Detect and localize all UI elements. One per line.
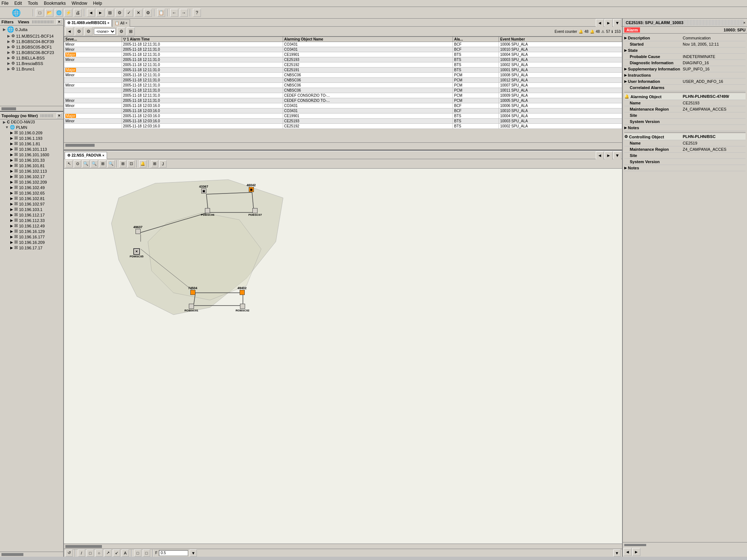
menu-bookmarks[interactable]: Bookmarks (44, 1, 66, 6)
toolbar-fwd[interactable]: ► (96, 9, 104, 17)
map-tb-circle[interactable]: ⊙ (74, 160, 81, 168)
col-ala[interactable]: Ala... (453, 37, 499, 42)
toolbar-settings[interactable]: ⚙ (144, 9, 152, 17)
map-node-pdbsc07[interactable]: PDBSC07 (248, 208, 262, 216)
topology-item-10.196.102.81[interactable]: ▶ ☒ 10.196.102.81 (0, 196, 63, 201)
topology-item-c[interactable]: ▶ C DECO-NWJ3 (0, 119, 63, 124)
map-zoom-input[interactable]: 0.5 (159, 550, 188, 556)
map-tb-table[interactable]: ⊞ (151, 160, 158, 168)
map-node-robsc02[interactable]: ROBSC02 (236, 304, 249, 312)
map-tab-close[interactable]: × (102, 154, 104, 157)
table-row[interactable]: 2005-11-18 12:11:31.0 CE25192 BTS 10002 … (64, 62, 622, 68)
toolbar-print[interactable]: 🖨 (74, 9, 82, 17)
expand-arrow-state[interactable]: ▶ (624, 49, 627, 52)
table-row[interactable]: 2005-11-18 12:03:16.0 CE25192 BTS 10002 … (64, 124, 622, 129)
alarm-table-hscroll[interactable] (64, 142, 622, 147)
map-zoom-down[interactable]: ▼ (190, 549, 197, 557)
map-tb-alarm[interactable]: 🔔 (139, 160, 146, 168)
tree-item-bruno1[interactable]: ▶ ⚙ 11.Bruno1 (0, 66, 63, 72)
table-row[interactable]: Minor 2005-11-18 12:11:31.0 CNBSC06 PCM … (64, 73, 622, 78)
toolbar-check[interactable]: ✓ (125, 9, 133, 17)
toolbar-delete[interactable]: ✕ (134, 9, 142, 17)
table-row[interactable]: Major 2005-11-18 12:11:31.0 CE19901 BTS … (64, 52, 622, 57)
expand-arrow-description[interactable]: ▶ (624, 36, 627, 40)
tree-item-bgbsc05[interactable]: ▶ ⚙ 11.BGBSC05-BCF1 (0, 44, 63, 50)
table-row[interactable]: 2005-11-18 12:11:31.0 CNBSC06 PCM 10011 … (64, 88, 622, 93)
alarm-tab-all-close[interactable]: × (125, 21, 127, 25)
map-tb-zoom-fit[interactable]: ⊞ (99, 160, 106, 168)
map-tb-zoom-in[interactable]: 🔍 (82, 160, 89, 168)
alarm-tb-2[interactable]: ⚙ (75, 27, 83, 35)
topology-item-10.196.102.49[interactable]: ▶ ☒ 10.196.102.49 (0, 185, 63, 190)
table-row[interactable]: Major 2005-11-18 12:11:31.0 CE25191 BTS … (64, 68, 622, 73)
expand-arrow-ao-notes[interactable]: ▶ (624, 126, 627, 130)
map-tab-padova[interactable]: ⚙ 22.NSS_PADOVA × (65, 152, 107, 159)
table-row[interactable]: 2005-11-18 12:11:31.0 CEDEF CONSORZIO TO… (64, 93, 622, 98)
toolbar-new[interactable]: □ (36, 9, 44, 17)
tree-item-biella[interactable]: ▶ ⚙ 11.BIELLA-BSS (0, 55, 63, 61)
toolbar-tree[interactable]: ⊞ (106, 9, 114, 17)
detail-close[interactable]: × (743, 20, 746, 25)
col-severity[interactable]: Seve... (64, 37, 122, 42)
alarm-tb-grid[interactable]: ⊞ (127, 27, 135, 35)
topology-close[interactable]: ✕ (57, 113, 62, 118)
map-sb-arrow1[interactable]: ↗ (104, 549, 111, 557)
table-row[interactable]: Minor 2005-11-18 12:11:31.0 CO3431 BCF 1… (64, 47, 622, 52)
right-nav-next[interactable]: ► (632, 548, 640, 556)
menu-help[interactable]: Help (93, 1, 102, 6)
topology-item-10.196.112.33[interactable]: ▶ ☒ 10.196.112.33 (0, 218, 63, 223)
map-tb-cursor[interactable]: ↖ (65, 160, 73, 168)
map-tb-zoom-out[interactable]: 🔍 (91, 160, 98, 168)
table-row[interactable]: Minor 2005-11-18 12:11:31.0 CNBSC06 PCM … (64, 83, 622, 88)
topology-item-10.196.102.209[interactable]: ▶ ☒ 10.196.102.209 (0, 179, 63, 185)
alarm-tb-1[interactable]: ◄ (65, 27, 73, 35)
tree-item-brescia[interactable]: ▶ ⚙ 11.BresciaBSS (0, 61, 63, 66)
map-tb-j[interactable]: J (159, 160, 167, 168)
expand-arrow-supp[interactable]: ▶ (624, 67, 627, 71)
filter-tree-scrollbar[interactable] (0, 106, 63, 111)
map-hscroll[interactable] (64, 544, 622, 549)
toolbar-help[interactable]: ? (193, 9, 201, 17)
topology-item-10.196.101.81[interactable]: ▶ ☒ 10.196.101.81 (0, 163, 63, 168)
map-sb-circle[interactable]: ○ (95, 549, 103, 557)
toolbar-globe[interactable]: 🌐 (55, 9, 63, 17)
toolbar-open[interactable]: 📂 (45, 9, 53, 17)
col-time[interactable]: ▽ 1 Alarm Time (122, 37, 283, 42)
map-node-pdbsc06[interactable]: PDBSC06 (201, 208, 214, 216)
toolbar-next[interactable]: → (180, 9, 188, 17)
topology-item-10.196.16.209[interactable]: ▶ ☒ 10.196.16.209 (0, 239, 63, 245)
topology-item-10.196.101.33[interactable]: ▶ ☒ 10.196.101.33 (0, 157, 63, 163)
table-row[interactable]: Minor 2005-11-18 12:11:31.0 CEDEF CONSOR… (64, 98, 622, 103)
alarm-tb-3[interactable]: ⚙ (84, 27, 92, 35)
map-node-74504[interactable]: 74504 (188, 286, 197, 295)
map-node-43367[interactable]: 43367 ▣ (199, 185, 208, 193)
map-sb-line[interactable]: / (78, 549, 85, 557)
tree-item-0jutta[interactable]: ▶ 🌐 0.Jutta (0, 26, 63, 33)
map-nav-down[interactable]: ▼ (613, 151, 621, 160)
topology-item-10.196.16.129[interactable]: ▶ ☒ 10.196.16.129 (0, 229, 63, 234)
map-tb-zoom-region[interactable]: 🔍 (107, 160, 115, 168)
table-row[interactable]: Minor 2005-11-18 12:03:16.0 CO3431 BCF 1… (64, 103, 622, 108)
alarm-tab-close[interactable]: × (107, 21, 109, 25)
map-zoom-up[interactable]: ▼ (613, 549, 621, 557)
table-row[interactable]: Minor 2005-11-18 12:11:31.0 CO3431 BCF 1… (64, 42, 622, 47)
topology-item-10.196.101.113[interactable]: ▶ ☒ 10.196.101.113 (0, 146, 63, 152)
topology-item-10.196.103.1[interactable]: ▶ ☒ 10.196.103.1 (0, 207, 63, 212)
map-nav-next[interactable]: ► (605, 151, 613, 160)
expand-arrow-userinfo[interactable]: ▶ (624, 80, 627, 83)
topology-item-10.196.101.1600[interactable]: ▶ ☒ 10.196.101.1600 (0, 152, 63, 157)
table-row[interactable]: 2005-11-18 12:11:31.0 CNBSC06 PCM 10012 … (64, 78, 622, 83)
toolbar-prev[interactable]: ← (170, 9, 178, 17)
topology-item-10.196.0.209[interactable]: ▶ ☒ 10.196.0.209 (0, 130, 63, 135)
topology-item-plmn[interactable]: ▼ 🌐 PLMN (0, 124, 63, 130)
map-sb-sel1[interactable]: □ (134, 549, 141, 557)
table-row[interactable]: 2005-11-18 12:03:16.0 CO3431 BCF 10010 S… (64, 108, 622, 114)
menu-tools[interactable]: Tools (28, 1, 38, 6)
topology-scrollbar[interactable] (0, 552, 63, 557)
topology-item-10.196.102.113[interactable]: ▶ ☒ 10.196.102.113 (0, 168, 63, 174)
right-nav-prev[interactable]: ◄ (624, 548, 632, 556)
map-node-49402[interactable]: 49402 (237, 286, 247, 295)
map-node-robsc01[interactable]: ROBSC01 (184, 304, 198, 312)
table-row[interactable]: Minor 2005-11-18 12:11:31.0 CE25193 BTS … (64, 57, 622, 62)
tree-item-mjbsc21[interactable]: ▶ ⚙ 11.MJBSC21-BCF14 (0, 33, 63, 39)
